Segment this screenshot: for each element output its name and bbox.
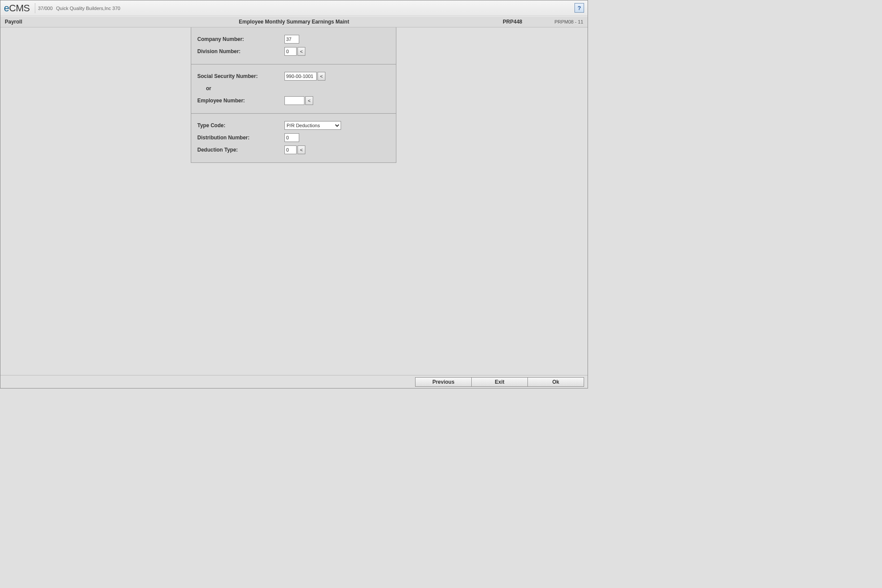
titlebar: eCMS 37/000 Quick Quality Builders,Inc 3… [0,0,588,16]
row-division-number: Division Number: < [197,47,390,56]
form-panel: Company Number: Division Number: < Socia… [191,27,396,163]
distribution-number-label: Distribution Number: [197,135,284,141]
company-number-label: Company Number: [197,36,284,42]
ssn-label: Social Security Number: [197,73,284,79]
distribution-number-input[interactable] [284,133,299,142]
row-distribution-number: Distribution Number: [197,133,390,142]
company-number-input[interactable] [284,35,299,44]
row-or: or [197,84,390,93]
divider [35,3,35,13]
program-code: PRP448 [503,19,522,25]
ok-button[interactable]: Ok [527,377,584,387]
subheader: Payroll Employee Monthly Summary Earning… [0,16,588,27]
ssn-lookup-button[interactable]: < [318,72,325,81]
screen-code: PRPM08 - 11 [554,19,583,24]
employee-lookup-button[interactable]: < [305,96,313,105]
row-ssn: Social Security Number: < [197,71,390,81]
division-lookup-button[interactable]: < [297,47,305,56]
deduction-type-input[interactable] [284,145,297,154]
module-label: Payroll [5,19,22,25]
row-type-code: Type Code: P/R Deductions [197,121,390,130]
app-logo: eCMS [4,3,30,14]
employee-number-input[interactable] [284,96,304,105]
company-name: Quick Quality Builders,Inc 370 [56,6,120,11]
division-number-input[interactable] [284,47,297,56]
division-number-label: Division Number: [197,48,284,54]
row-company-number: Company Number: [197,34,390,44]
row-employee-number: Employee Number: < [197,96,390,105]
logo-cms: CMS [9,3,30,14]
company-code: 37/000 [38,6,53,11]
deduction-type-label: Deduction Type: [197,147,284,153]
help-icon: ? [578,5,581,11]
exit-button[interactable]: Exit [471,377,528,387]
section-company: Company Number: Division Number: < [191,27,396,64]
previous-button[interactable]: Previous [415,377,472,387]
ssn-input[interactable] [284,72,317,81]
type-code-select[interactable]: P/R Deductions [284,121,341,130]
or-label: or [197,85,284,91]
deduction-lookup-button[interactable]: < [297,145,305,154]
page-title: Employee Monthly Summary Earnings Maint [239,19,349,25]
logo-e: e [4,3,9,14]
type-code-label: Type Code: [197,122,284,128]
help-button[interactable]: ? [574,3,584,13]
footer: Previous Exit Ok [0,375,588,388]
employee-number-label: Employee Number: [197,98,284,104]
page-body: Company Number: Division Number: < Socia… [0,27,588,375]
section-employee-id: Social Security Number: < or Employee Nu… [191,64,396,114]
row-deduction-type: Deduction Type: < [197,145,390,155]
app-window: eCMS 37/000 Quick Quality Builders,Inc 3… [0,0,588,389]
section-type: Type Code: P/R Deductions Distribution N… [191,114,396,162]
